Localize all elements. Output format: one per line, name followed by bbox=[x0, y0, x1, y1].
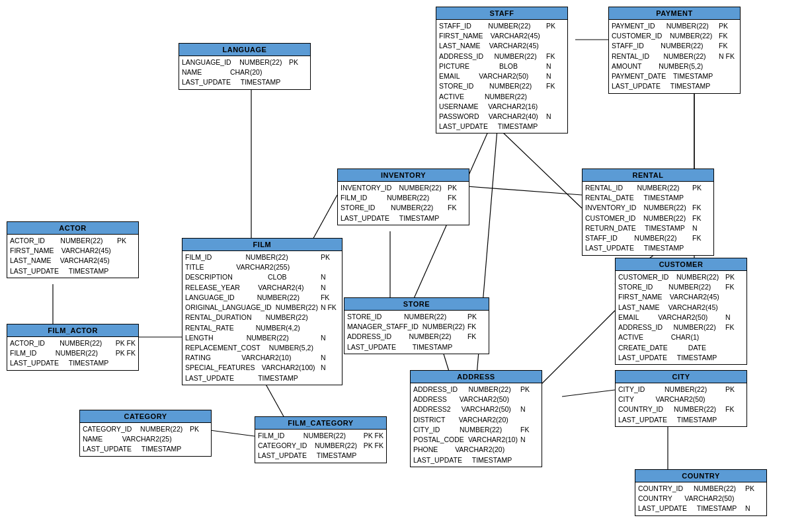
table-row: EMAILVARCHAR2(50)N bbox=[439, 71, 565, 81]
col-type: VARCHAR2(45) bbox=[61, 246, 111, 256]
table-row: LANGUAGE_IDNUMBER(22)FK bbox=[185, 293, 339, 303]
col-type: CHAR(20) bbox=[230, 67, 262, 77]
col-key bbox=[725, 292, 744, 302]
col-type: TIMESTAMP bbox=[673, 71, 713, 81]
table-row: RENTAL_DATETIMESTAMP bbox=[585, 193, 711, 203]
table-row: LENGTHNUMBER(22)N bbox=[185, 333, 339, 343]
col-type: NUMBER(22) bbox=[387, 193, 429, 203]
col-name: FILM_ID bbox=[258, 431, 284, 441]
col-type: NUMBER(5,2) bbox=[269, 343, 313, 353]
table-film: FILMFILM_IDNUMBER(22)PKTITLEVARCHAR2(255… bbox=[182, 238, 343, 385]
col-key: PK bbox=[745, 484, 764, 494]
col-name: CATEGORY_ID bbox=[83, 424, 132, 434]
col-type: NUMBER(22) bbox=[245, 252, 288, 262]
table-body-category: CATEGORY_IDNUMBER(22)PKNAMEVARCHAR2(25)L… bbox=[80, 423, 211, 456]
col-type: NUMBER(22) bbox=[661, 41, 703, 51]
col-name: NAME bbox=[182, 67, 202, 77]
table-body-language: LANGUAGE_IDNUMBER(22)PKNAMECHAR(20)LAST_… bbox=[179, 56, 310, 89]
col-key: FK bbox=[719, 31, 737, 41]
col-key: FK bbox=[448, 203, 466, 213]
col-name: COUNTRY bbox=[638, 494, 672, 504]
col-key bbox=[321, 323, 339, 333]
col-key: PK bbox=[719, 21, 737, 31]
col-key bbox=[117, 266, 136, 276]
table-row: INVENTORY_IDNUMBER(22)FK bbox=[585, 203, 711, 213]
table-row: USERNAMEVARCHAR2(16) bbox=[439, 102, 565, 112]
col-key bbox=[725, 415, 744, 425]
col-name: ACTIVE bbox=[618, 332, 643, 342]
col-name: STORE_ID bbox=[347, 312, 382, 322]
col-key bbox=[546, 31, 565, 41]
col-name: COUNTRY_ID bbox=[618, 404, 663, 414]
col-name: LAST_NAME bbox=[439, 41, 480, 51]
table-body-film: FILM_IDNUMBER(22)PKTITLEVARCHAR2(255)DES… bbox=[182, 251, 342, 385]
col-type: NUMBER(22) bbox=[634, 233, 676, 243]
table-row: EMAILVARCHAR2(50)N bbox=[618, 313, 744, 323]
table-row: NAMECHAR(20) bbox=[182, 67, 307, 77]
col-key bbox=[546, 41, 565, 51]
col-name: LAST_UPDATE bbox=[258, 451, 307, 461]
col-key: PK bbox=[321, 252, 339, 262]
col-type: NUMBER(22) bbox=[404, 312, 446, 322]
table-row: STORE_IDNUMBER(22)PK bbox=[347, 312, 486, 322]
table-row: TITLEVARCHAR2(255) bbox=[185, 262, 339, 272]
col-name: ADDRESS2 bbox=[413, 404, 451, 414]
table-row: PAYMENT_DATETIMESTAMP bbox=[612, 71, 737, 81]
col-key: PK bbox=[725, 272, 744, 282]
col-key bbox=[190, 444, 208, 454]
table-row: ORIGINAL_LANGUAGE_IDNUMBER(22)N FK bbox=[185, 303, 339, 313]
col-name: LAST_UPDATE bbox=[618, 415, 667, 425]
col-type: NUMBER(22) bbox=[489, 81, 532, 91]
col-key bbox=[719, 61, 737, 71]
col-type: NUMBER(22) bbox=[303, 431, 346, 441]
col-key bbox=[546, 102, 565, 112]
col-key: PK FK bbox=[364, 431, 383, 441]
table-row: ACTOR_IDNUMBER(22)PK bbox=[10, 236, 136, 246]
col-name: LAST_UPDATE bbox=[83, 444, 132, 454]
table-row: FILM_IDNUMBER(22)PK FK bbox=[258, 431, 383, 441]
col-name: AMOUNT bbox=[612, 61, 642, 71]
svg-line-3 bbox=[450, 185, 582, 195]
col-type: VARCHAR2(50) bbox=[462, 404, 511, 414]
table-row: LAST_NAMEVARCHAR2(45) bbox=[10, 256, 136, 266]
col-key: PK FK bbox=[364, 441, 383, 451]
col-name: EMAIL bbox=[439, 71, 460, 81]
table-row: ADDRESSVARCHAR2(50) bbox=[413, 395, 539, 404]
table-inventory: INVENTORYINVENTORY_IDNUMBER(22)PKFILM_ID… bbox=[337, 169, 469, 225]
col-key: FK bbox=[692, 213, 711, 223]
col-type: NUMBER(22) bbox=[460, 425, 502, 435]
col-name: LAST_UPDATE bbox=[618, 353, 667, 363]
table-row: SPECIAL_FEATURESVARCHAR2(100)N bbox=[185, 363, 339, 373]
col-key bbox=[467, 342, 486, 352]
col-key bbox=[289, 77, 307, 87]
col-name: STORE_ID bbox=[341, 203, 375, 213]
table-row: FILM_IDNUMBER(22)FK bbox=[341, 193, 466, 203]
table-city: CITYCITY_IDNUMBER(22)PKCITYVARCHAR2(50)C… bbox=[615, 370, 747, 427]
table-body-actor: ACTOR_IDNUMBER(22)PKFIRST_NAMEVARCHAR2(4… bbox=[7, 235, 138, 278]
col-key: N bbox=[321, 363, 339, 373]
col-name: MANAGER_STAFF_ID bbox=[347, 322, 419, 332]
col-name: RENTAL_RATE bbox=[185, 323, 234, 333]
col-key: FK bbox=[546, 52, 565, 61]
col-name: PAYMENT_ID bbox=[612, 21, 655, 31]
table-row: STORE_IDNUMBER(22)FK bbox=[439, 81, 565, 91]
svg-line-4 bbox=[503, 132, 582, 208]
table-row: LAST_UPDATETIMESTAMP bbox=[10, 358, 136, 368]
col-name: PAYMENT_DATE bbox=[612, 71, 666, 81]
table-row: LAST_UPDATETIMESTAMP bbox=[618, 353, 744, 363]
table-language: LANGUAGELANGUAGE_IDNUMBER(22)PKNAMECHAR(… bbox=[179, 43, 311, 90]
table-row: LAST_UPDATETIMESTAMP bbox=[10, 266, 136, 276]
col-type: NUMBER(22) bbox=[694, 484, 736, 494]
col-name: RENTAL_DATE bbox=[585, 193, 634, 203]
col-key: N bbox=[546, 61, 565, 71]
col-name: INVENTORY_ID bbox=[585, 203, 636, 213]
col-key bbox=[289, 67, 307, 77]
table-row: LAST_NAMEVARCHAR2(45) bbox=[439, 41, 565, 51]
table-row: REPLACEMENT_COSTNUMBER(5,2) bbox=[185, 343, 339, 353]
table-row: LAST_UPDATETIMESTAMP bbox=[182, 77, 307, 87]
table-row: LAST_UPDATETIMESTAMP bbox=[347, 342, 486, 352]
col-name: CITY bbox=[618, 395, 634, 404]
col-name: ADDRESS bbox=[413, 395, 447, 404]
table-row: PASSWORDVARCHAR2(40)N bbox=[439, 112, 565, 122]
col-key bbox=[692, 243, 711, 253]
